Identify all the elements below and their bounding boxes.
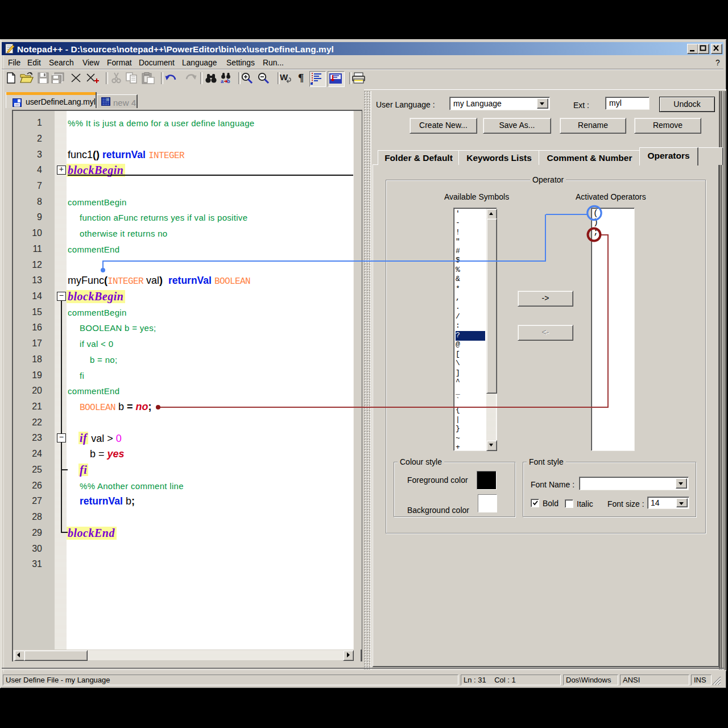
svg-text:b: b [227, 78, 230, 84]
svg-text:W: W [280, 72, 288, 82]
svg-text:a: a [221, 78, 224, 84]
svg-text:¶: ¶ [298, 72, 304, 84]
